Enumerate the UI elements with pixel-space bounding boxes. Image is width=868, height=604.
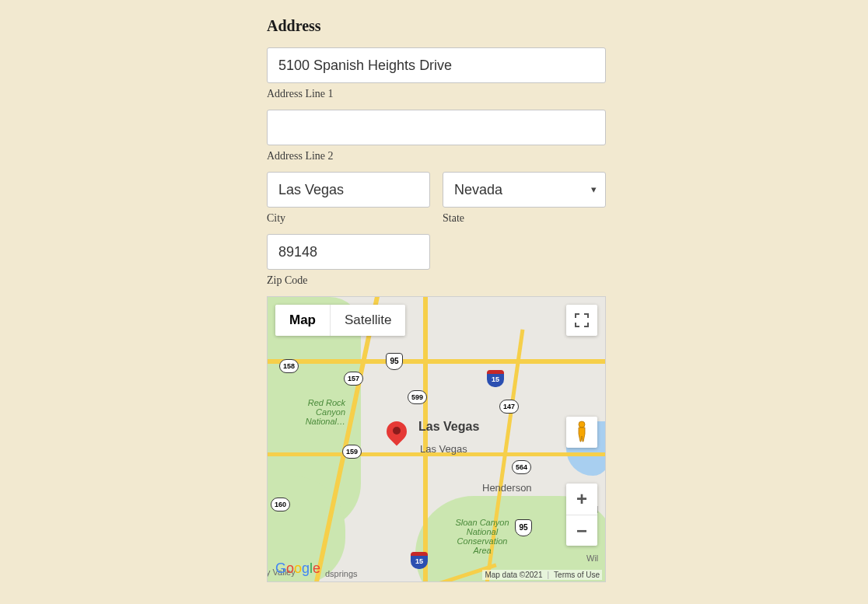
state-label: State xyxy=(443,212,606,225)
map-road xyxy=(423,297,428,581)
section-heading: Address xyxy=(267,17,606,35)
map-city-major-label: Las Vegas xyxy=(418,420,479,434)
address-line-1-input[interactable] xyxy=(267,47,606,83)
hwy-shield: 15 xyxy=(487,370,504,389)
map-data-label: Map data ©2021 xyxy=(485,571,542,579)
city-input[interactable] xyxy=(267,172,430,208)
fullscreen-icon xyxy=(575,313,589,327)
address-line-2-label: Address Line 2 xyxy=(267,150,606,162)
city-label: City xyxy=(267,212,430,225)
state-select[interactable]: Nevada xyxy=(443,172,606,208)
map-type-satellite-button[interactable]: Satellite xyxy=(330,305,405,336)
google-logo: Google xyxy=(275,560,320,577)
zoom-controls: + − xyxy=(566,484,597,546)
city-state-row: City Nevada ▾ State xyxy=(267,172,606,225)
map-place-label: Sloan CanyonNationalConservationArea xyxy=(443,518,521,555)
hwy-shield: 160 xyxy=(271,498,288,516)
address-line-1-row: Address Line 1 xyxy=(267,47,606,100)
map-city-label: Henderson xyxy=(482,482,532,494)
map-marker-icon xyxy=(387,421,408,452)
street-view-pegman[interactable] xyxy=(566,417,597,448)
zip-row: Zip Code xyxy=(267,234,606,287)
address-line-2-row: Address Line 2 xyxy=(267,110,606,162)
state-select-wrap: Nevada ▾ xyxy=(443,172,606,208)
svg-point-0 xyxy=(579,421,585,428)
map-place-label: Wil xyxy=(586,553,598,563)
map-attribution: Map data ©2021 | Terms of Use xyxy=(482,570,602,580)
zip-input[interactable] xyxy=(267,234,430,270)
map-place-label: Red RockCanyonNational… xyxy=(283,398,345,426)
hwy-shield: 147 xyxy=(499,400,516,418)
address-line-2-input[interactable] xyxy=(267,110,606,145)
map-type-bar: Map Satellite xyxy=(275,305,405,336)
map-road xyxy=(268,359,605,364)
hwy-shield: 158 xyxy=(279,359,296,378)
zoom-out-button[interactable]: − xyxy=(566,515,597,546)
address-line-1-label: Address Line 1 xyxy=(267,88,606,100)
map-type-map-button[interactable]: Map xyxy=(275,305,330,336)
hwy-shield: 157 xyxy=(344,372,361,390)
minus-icon: − xyxy=(576,520,587,542)
fullscreen-button[interactable] xyxy=(566,305,597,336)
hwy-shield: 599 xyxy=(408,390,425,409)
hwy-shield: 159 xyxy=(342,445,359,463)
hwy-shield: 564 xyxy=(512,460,529,479)
zip-label: Zip Code xyxy=(267,274,606,287)
map-place-label: dsprings xyxy=(325,569,358,578)
pegman-icon xyxy=(573,421,590,444)
address-form: Address Address Line 1 Address Line 2 Ci… xyxy=(267,17,606,582)
zoom-in-button[interactable]: + xyxy=(566,484,597,515)
map-city-label: Las Vegas xyxy=(420,443,467,455)
terms-link[interactable]: Terms of Use xyxy=(554,571,600,579)
map-container[interactable]: 95 157 158 159 160 599 147 564 15 15 95 … xyxy=(267,296,606,582)
hwy-shield: 95 xyxy=(386,353,403,372)
plus-icon: + xyxy=(576,488,587,510)
hwy-shield: 15 xyxy=(411,552,428,571)
